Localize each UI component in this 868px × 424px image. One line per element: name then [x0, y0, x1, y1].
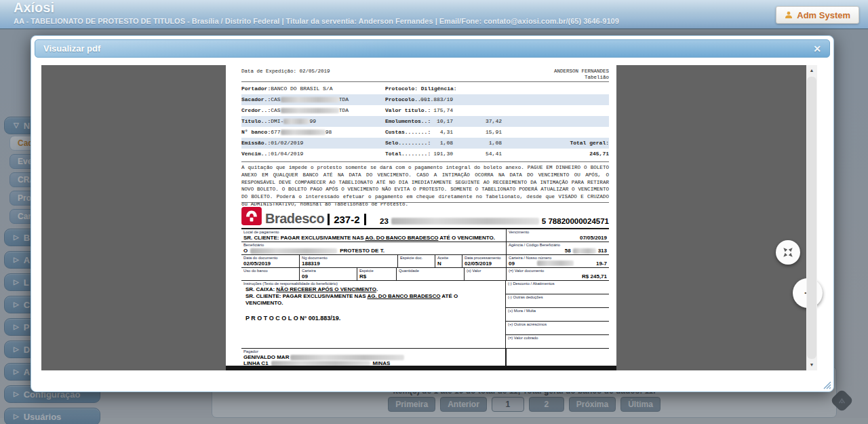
boleto-instructions: Instruções (Texto de responsabilidade do…	[241, 281, 506, 348]
table-row: N° banco:67798 Custas.......:4,3115,91	[241, 127, 609, 138]
boleto-header: Bradesco 237-2 23 5 78820000024571	[241, 204, 609, 227]
bradesco-logo-icon	[241, 207, 262, 225]
redacted-text	[281, 97, 339, 102]
screen: Axíosi AA - TABELIONATO DE PROTESTO DE T…	[0, 0, 868, 424]
redacted-text	[250, 248, 337, 254]
adm-system-button[interactable]: Adm System	[776, 6, 859, 24]
protest-table: Portador:BANCO DO BRASIL S/A Protocolo: …	[241, 83, 609, 159]
field-label: Vencimento	[509, 230, 607, 235]
close-icon[interactable]: ✕	[813, 43, 821, 54]
table-row: Vencim..:01/04/2019 Total........:191,30…	[241, 149, 609, 159]
table-row: Portador:BANCO DO BRASIL S/A Protocolo: …	[241, 83, 609, 94]
redacted-text	[283, 119, 309, 124]
boleto-digitable-line: 23 5 78820000024571	[380, 217, 609, 225]
table-row: Emissão.:01/02/2019 Selo.........:1,081,…	[241, 138, 609, 149]
redacted-text	[281, 130, 326, 135]
field-label: Beneficiário	[243, 243, 504, 248]
pdf-expedition-date: Data de Expedição: 02/05/2019	[241, 69, 330, 74]
redacted-text	[537, 261, 574, 266]
table-row: Credor..:CASTDA Valor título.:175,74	[241, 105, 609, 116]
modal-title: Visualizar pdf	[43, 43, 100, 54]
divider	[241, 161, 609, 162]
divider	[241, 202, 609, 203]
app-header: Axíosi AA - TABELIONATO DE PROTESTO DE T…	[0, 0, 868, 29]
bank-name: Bradesco	[265, 212, 324, 225]
pdf-scrollbar[interactable]: ▲ ▼	[806, 65, 817, 370]
pdf-officer-role: Tabelião	[554, 75, 609, 81]
table-row: Título..:DMI-99 Emolumentos..:10,1737,42	[241, 116, 609, 127]
field-value: 07/05/2019	[509, 235, 607, 241]
table-row: Sacador.:CASTDA Protocolo....:001.883/19	[241, 94, 609, 105]
scroll-down-icon[interactable]: ▼	[806, 360, 817, 370]
field-label: Local de pagamento	[243, 230, 504, 235]
visualizar-pdf-modal: Visualizar pdf ✕ Data de Expedição: 02/0…	[31, 35, 834, 392]
redacted-text	[290, 355, 404, 360]
page-cut-bar	[226, 366, 616, 370]
scrollbar-thumb[interactable]	[807, 77, 816, 359]
app-subtitle: AA - TABELIONATO DE PROTESTO DE TITULOS …	[14, 17, 619, 25]
scroll-up-icon[interactable]: ▲	[806, 65, 817, 76]
redacted-text	[391, 218, 539, 225]
resize-grip[interactable]	[821, 379, 831, 389]
compress-icon	[781, 246, 795, 259]
user-icon	[785, 11, 793, 19]
redacted-text	[573, 248, 596, 254]
modal-titlebar[interactable]: Visualizar pdf ✕	[35, 39, 830, 58]
redacted-text	[281, 108, 339, 113]
boleto-money-column: (-) Desconto / Abatimentos (-) Outras de…	[506, 281, 609, 348]
pdf-page: Data de Expedição: 02/05/2019 ANDERSON F…	[226, 65, 616, 370]
adm-system-label: Adm System	[797, 10, 850, 20]
pdf-officer: ANDERSON FERNANDES Tabelião	[554, 69, 609, 81]
divider	[241, 81, 609, 82]
field-label: Pagador	[243, 349, 503, 354]
boleto-form: Local de pagamento SR. CLIENTE: PAGAR EX…	[241, 228, 609, 367]
bank-code: 237-2	[328, 214, 366, 225]
pdf-officer-name: ANDERSON FERNANDES	[554, 69, 609, 75]
zoom-fit-button[interactable]	[776, 240, 800, 265]
app-title: Axíosi	[14, 0, 54, 16]
field-label: Agência / Código Beneficiário	[509, 243, 607, 248]
pdf-viewer: Data de Expedição: 02/05/2019 ANDERSON F…	[41, 65, 806, 370]
